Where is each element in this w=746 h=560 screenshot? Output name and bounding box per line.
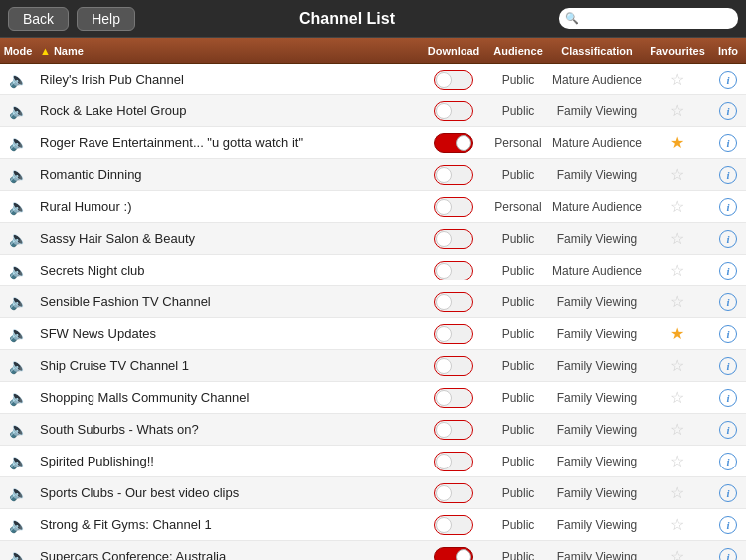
cell-favourite[interactable]: ★: [645, 324, 710, 343]
download-toggle[interactable]: [434, 197, 473, 217]
info-icon[interactable]: i: [719, 102, 737, 120]
help-button[interactable]: Help: [77, 7, 135, 31]
download-toggle[interactable]: [434, 547, 473, 561]
cell-info[interactable]: i: [710, 516, 746, 534]
download-toggle[interactable]: [434, 515, 473, 535]
favourite-star-icon[interactable]: ☆: [670, 421, 684, 438]
info-icon[interactable]: i: [719, 198, 737, 216]
cell-info[interactable]: i: [710, 421, 746, 439]
favourite-star-icon[interactable]: ☆: [670, 357, 684, 374]
download-toggle[interactable]: [434, 420, 473, 440]
cell-download[interactable]: [420, 261, 487, 280]
favourite-star-icon[interactable]: ☆: [670, 262, 684, 279]
download-toggle[interactable]: [434, 452, 473, 471]
cell-info[interactable]: i: [710, 357, 746, 375]
download-toggle[interactable]: [434, 356, 473, 376]
cell-download[interactable]: [420, 515, 487, 535]
download-toggle[interactable]: [434, 388, 473, 408]
info-icon[interactable]: i: [719, 484, 737, 502]
download-toggle[interactable]: [434, 229, 473, 249]
cell-download[interactable]: [420, 133, 487, 153]
cell-info[interactable]: i: [710, 262, 746, 280]
cell-info[interactable]: i: [710, 198, 746, 216]
favourite-star-icon[interactable]: ★: [670, 325, 684, 342]
cell-download[interactable]: [420, 388, 487, 408]
cell-favourite[interactable]: ☆: [645, 515, 710, 534]
favourite-star-icon[interactable]: ☆: [670, 389, 684, 406]
cell-info[interactable]: i: [710, 548, 746, 561]
favourite-star-icon[interactable]: ☆: [670, 516, 684, 533]
cell-info[interactable]: i: [710, 134, 746, 152]
download-toggle[interactable]: [434, 292, 473, 312]
cell-info[interactable]: i: [710, 453, 746, 470]
favourite-star-icon[interactable]: ☆: [670, 166, 684, 183]
download-toggle[interactable]: [434, 101, 473, 121]
download-toggle[interactable]: [434, 324, 473, 344]
cell-download[interactable]: [420, 165, 487, 185]
info-icon[interactable]: i: [719, 134, 737, 152]
cell-favourite[interactable]: ☆: [645, 165, 710, 184]
cell-favourite[interactable]: ☆: [645, 292, 710, 311]
cell-download[interactable]: [420, 197, 487, 217]
cell-download[interactable]: [420, 324, 487, 344]
download-toggle[interactable]: [434, 261, 473, 280]
cell-info[interactable]: i: [710, 166, 746, 184]
favourite-star-icon[interactable]: ☆: [670, 453, 684, 469]
search-input[interactable]: [559, 8, 738, 29]
cell-download[interactable]: [420, 420, 487, 440]
favourite-star-icon[interactable]: ☆: [670, 102, 684, 119]
back-button[interactable]: Back: [8, 7, 69, 31]
cell-favourite[interactable]: ☆: [645, 420, 710, 439]
info-icon[interactable]: i: [719, 516, 737, 534]
info-icon[interactable]: i: [719, 548, 737, 561]
download-toggle[interactable]: [434, 483, 473, 503]
info-icon[interactable]: i: [719, 262, 737, 280]
cell-download[interactable]: [420, 452, 487, 471]
cell-favourite[interactable]: ☆: [645, 547, 710, 560]
cell-download[interactable]: [420, 356, 487, 376]
cell-info[interactable]: i: [710, 71, 746, 89]
cell-download[interactable]: [420, 229, 487, 249]
cell-download[interactable]: [420, 70, 487, 90]
cell-favourite[interactable]: ☆: [645, 229, 710, 248]
cell-favourite[interactable]: ☆: [645, 483, 710, 502]
info-icon[interactable]: i: [719, 166, 737, 184]
info-icon[interactable]: i: [719, 230, 737, 248]
info-icon[interactable]: i: [719, 453, 737, 470]
cell-download[interactable]: [420, 101, 487, 121]
info-icon[interactable]: i: [719, 389, 737, 407]
info-icon[interactable]: i: [719, 71, 737, 89]
cell-favourite[interactable]: ☆: [645, 356, 710, 375]
cell-favourite[interactable]: ☆: [645, 197, 710, 216]
favourite-star-icon[interactable]: ☆: [670, 230, 684, 247]
cell-info[interactable]: i: [710, 230, 746, 248]
cell-info[interactable]: i: [710, 325, 746, 343]
cell-favourite[interactable]: ☆: [645, 452, 710, 470]
info-icon[interactable]: i: [719, 293, 737, 311]
download-toggle[interactable]: [434, 70, 473, 90]
cell-favourite[interactable]: ☆: [645, 261, 710, 280]
cell-favourite[interactable]: ☆: [645, 388, 710, 407]
info-icon[interactable]: i: [719, 325, 737, 343]
cell-download[interactable]: [420, 292, 487, 312]
favourite-star-icon[interactable]: ☆: [670, 484, 684, 501]
cell-favourite[interactable]: ☆: [645, 101, 710, 120]
cell-download[interactable]: [420, 547, 487, 561]
info-icon[interactable]: i: [719, 421, 737, 439]
download-toggle[interactable]: [434, 133, 473, 153]
cell-info[interactable]: i: [710, 102, 746, 120]
cell-download[interactable]: [420, 483, 487, 503]
favourite-star-icon[interactable]: ☆: [670, 71, 684, 88]
favourite-star-icon[interactable]: ★: [670, 134, 684, 151]
favourite-star-icon[interactable]: ☆: [670, 198, 684, 215]
cell-favourite[interactable]: ★: [645, 133, 710, 152]
cell-info[interactable]: i: [710, 484, 746, 502]
cell-favourite[interactable]: ☆: [645, 70, 710, 89]
cell-info[interactable]: i: [710, 389, 746, 407]
favourite-star-icon[interactable]: ☆: [670, 293, 684, 310]
info-icon[interactable]: i: [719, 357, 737, 375]
cell-info[interactable]: i: [710, 293, 746, 311]
download-toggle[interactable]: [434, 165, 473, 185]
favourite-star-icon[interactable]: ☆: [670, 548, 684, 560]
col-header-name[interactable]: ▲Name: [36, 45, 420, 57]
